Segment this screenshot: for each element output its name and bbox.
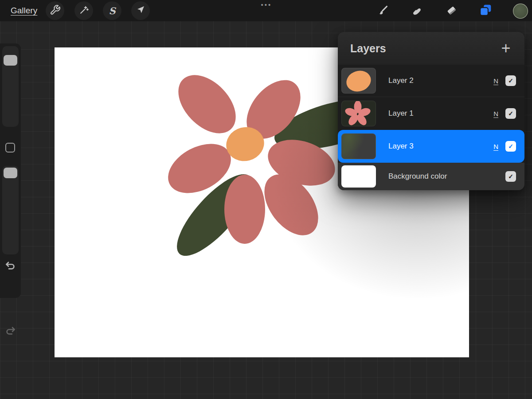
eraser-button[interactable] [443,3,459,19]
background-color-row[interactable]: Background color ✓ [338,163,524,190]
add-layer-button[interactable]: + [496,32,516,65]
magic-wand-icon [78,4,90,17]
adjustments-button[interactable] [74,1,93,20]
undo-icon [4,265,16,273]
redo-icon [4,330,16,338]
petal [224,175,265,244]
visibility-checkbox[interactable]: ✓ [505,108,516,119]
visibility-checkbox[interactable]: ✓ [505,171,516,182]
layer-name: Layer 1 [388,109,414,118]
layer-row-layer3-selected[interactable]: Layer 3 N ✓ [338,130,524,163]
selection-button[interactable]: S [103,1,121,20]
wrench-icon [50,4,61,17]
background-thumbnail[interactable] [341,165,376,188]
transform-button[interactable] [131,1,150,20]
opacity-slider[interactable] [2,166,19,254]
eraser-icon [446,4,458,18]
checkmark-icon: ✓ [508,77,513,84]
transform-arrow-icon [135,4,146,17]
visibility-checkbox[interactable]: ✓ [505,141,516,152]
layers-button[interactable] [477,3,493,19]
blend-mode-button[interactable]: N [493,143,498,150]
checkmark-icon: ✓ [508,143,513,150]
checkmark-icon: ✓ [508,110,513,117]
color-button[interactable] [512,3,528,19]
canvas-menu-dots[interactable]: ••• [255,1,278,8]
layer-thumbnail[interactable] [341,133,376,159]
layer-row-layer1[interactable]: Layer 1 N ✓ [338,97,524,130]
checkmark-icon: ✓ [508,173,513,180]
smudge-icon [411,4,423,18]
layers-panel-header: Layers + [338,32,524,65]
gallery-link[interactable]: Gallery [11,0,37,21]
brush-sidebar [0,43,21,298]
brush-size-slider[interactable] [2,46,19,127]
layer-name: Layer 3 [388,142,414,151]
undo-button[interactable] [4,259,16,271]
smudge-button[interactable] [409,3,425,19]
color-swatch [513,4,528,19]
layer-name: Layer 2 [388,76,414,85]
brush-icon [377,4,389,18]
brush-size-handle[interactable] [4,55,17,66]
panel-title: Layers [350,42,386,55]
selection-s-icon: S [109,5,115,16]
layers-icon [479,4,492,19]
blend-mode-button[interactable]: N [493,110,498,117]
brush-button[interactable] [375,3,391,19]
redo-button[interactable] [4,325,16,336]
actions-button[interactable] [46,1,64,20]
modify-button[interactable] [5,143,15,153]
layers-panel: Layers + Layer 2 N ✓ [338,32,524,190]
blend-mode-button[interactable]: N [493,77,498,85]
layer-thumbnail[interactable] [341,68,376,94]
opacity-handle[interactable] [4,168,17,178]
visibility-checkbox[interactable]: ✓ [505,75,516,86]
layer-thumbnail[interactable] [341,101,376,126]
top-toolbar: Gallery S ••• [0,0,532,21]
procreate-workspace: Gallery S ••• [0,0,532,399]
plus-icon: + [501,40,510,56]
layer-name: Background color [388,172,447,181]
layer-row-layer2[interactable]: Layer 2 N ✓ [338,65,524,97]
